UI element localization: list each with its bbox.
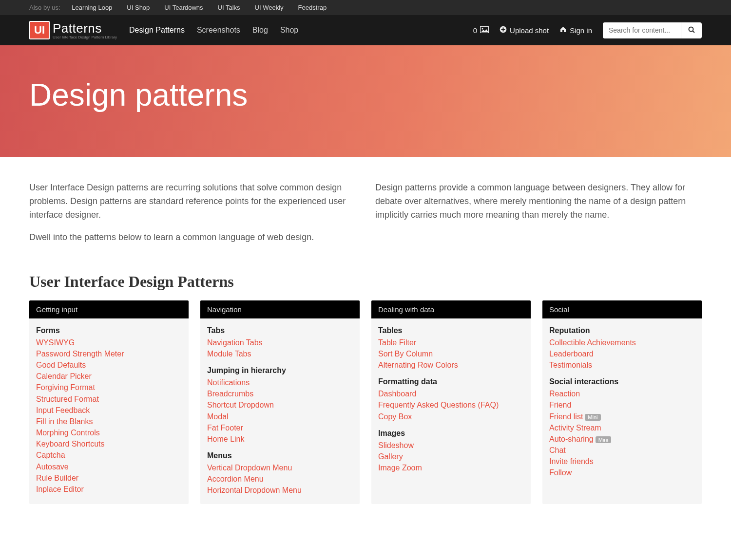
signin-link[interactable]: Sign in bbox=[559, 26, 592, 35]
pattern-link[interactable]: Invite friends bbox=[549, 456, 695, 467]
pattern-link[interactable]: Forgiving Format bbox=[36, 382, 182, 393]
column-body: TablesTable FilterSort By ColumnAlternat… bbox=[371, 318, 531, 482]
pattern-link[interactable]: Reaction bbox=[549, 388, 695, 399]
pattern-link[interactable]: Fill in the Blanks bbox=[36, 416, 182, 427]
pattern-column: Dealing with dataTablesTable FilterSort … bbox=[371, 300, 531, 504]
topbar-link[interactable]: Feedstrap bbox=[298, 4, 327, 11]
pattern-link[interactable]: Accordion Menu bbox=[207, 473, 353, 485]
pattern-column: SocialReputationCollectible Achievements… bbox=[542, 300, 702, 504]
topbar-link[interactable]: UI Teardowns bbox=[164, 4, 203, 11]
group-title: Menus bbox=[207, 451, 353, 460]
search-wrap bbox=[603, 22, 702, 38]
image-icon bbox=[480, 26, 489, 35]
nav-link[interactable]: Design Patterns bbox=[129, 26, 185, 34]
pattern-column: NavigationTabsNavigation TabsModule Tabs… bbox=[200, 300, 360, 504]
pattern-link[interactable]: Table Filter bbox=[378, 337, 524, 348]
pattern-link[interactable]: Modal bbox=[207, 411, 353, 422]
topbar-links: Learning LoopUI ShopUI TeardownsUI Talks… bbox=[72, 4, 341, 11]
counter-link[interactable]: 0 bbox=[473, 26, 489, 35]
pattern-link[interactable]: Image Zoom bbox=[378, 462, 524, 473]
pattern-link[interactable]: Structured Format bbox=[36, 393, 182, 405]
intro-paragraph: Dwell into the patterns below to learn a… bbox=[29, 231, 356, 244]
upload-link[interactable]: Upload shot bbox=[500, 26, 549, 35]
intro-left: User Interface Design patterns are recur… bbox=[29, 181, 356, 253]
group-title: Social interactions bbox=[549, 377, 695, 386]
logo-text: Patterns bbox=[53, 21, 117, 36]
page-title: Design patterns bbox=[29, 77, 702, 113]
group-title: Jumping in hierarchy bbox=[207, 366, 353, 375]
pattern-link[interactable]: Activity Stream bbox=[549, 422, 695, 433]
nav-link[interactable]: Blog bbox=[252, 26, 268, 34]
group-title: Formatting data bbox=[378, 377, 524, 386]
pattern-link[interactable]: Input Feedback bbox=[36, 405, 182, 416]
pattern-link[interactable]: Auto-sharingMini bbox=[549, 433, 695, 445]
topbar-link[interactable]: UI Shop bbox=[127, 4, 150, 11]
section-title: User Interface Design Patterns bbox=[29, 273, 702, 291]
pattern-link[interactable]: Frequently Asked Questions (FAQ) bbox=[378, 399, 524, 411]
pattern-link[interactable]: Collectible Achievements bbox=[549, 337, 695, 348]
pattern-link[interactable]: Captcha bbox=[36, 449, 182, 461]
pattern-link[interactable]: Inplace Editor bbox=[36, 484, 182, 495]
intro: User Interface Design patterns are recur… bbox=[29, 181, 702, 253]
nav-link[interactable]: Screenshots bbox=[197, 26, 240, 34]
intro-paragraph: Design patterns provide a common languag… bbox=[375, 181, 702, 222]
pattern-link[interactable]: Home Link bbox=[207, 433, 353, 445]
group-title: Reputation bbox=[549, 326, 695, 335]
nav-link[interactable]: Shop bbox=[280, 26, 298, 34]
column-header: Social bbox=[542, 300, 702, 318]
pattern-link[interactable]: Autosave bbox=[36, 461, 182, 472]
pattern-link[interactable]: Keyboard Shortcuts bbox=[36, 438, 182, 449]
pattern-link[interactable]: Fat Footer bbox=[207, 422, 353, 433]
svg-point-1 bbox=[482, 28, 483, 29]
pattern-link[interactable]: Horizontal Dropdown Menu bbox=[207, 485, 353, 496]
topbar-link[interactable]: UI Weekly bbox=[255, 4, 284, 11]
counter-value: 0 bbox=[473, 26, 477, 35]
main-nav: UI Patterns User Interface Design Patter… bbox=[0, 15, 731, 45]
column-body: FormsWYSIWYGPassword Strength MeterGood … bbox=[29, 318, 189, 503]
pattern-link[interactable]: Password Strength Meter bbox=[36, 348, 182, 359]
search-icon bbox=[688, 26, 695, 35]
group-title: Forms bbox=[36, 326, 182, 335]
pattern-link[interactable]: Slideshow bbox=[378, 440, 524, 451]
pattern-link[interactable]: Gallery bbox=[378, 451, 524, 462]
column-body: TabsNavigation TabsModule TabsJumping in… bbox=[200, 318, 360, 504]
pattern-link[interactable]: Good Defaults bbox=[36, 359, 182, 371]
signin-label: Sign in bbox=[570, 26, 592, 35]
pattern-link[interactable]: Module Tabs bbox=[207, 348, 353, 359]
pattern-link[interactable]: Dashboard bbox=[378, 388, 524, 399]
group-title: Tabs bbox=[207, 326, 353, 335]
pattern-link[interactable]: Copy Box bbox=[378, 411, 524, 422]
nav-links: Design PatternsScreenshotsBlogShop bbox=[129, 26, 310, 35]
pattern-link[interactable]: Shortcut Dropdown bbox=[207, 399, 353, 411]
pattern-link[interactable]: Rule Builder bbox=[36, 472, 182, 484]
pattern-link[interactable]: WYSIWYG bbox=[36, 337, 182, 348]
pattern-link[interactable]: Testimonials bbox=[549, 359, 695, 371]
pattern-link[interactable]: Follow bbox=[549, 467, 695, 478]
search-button[interactable] bbox=[681, 22, 702, 38]
pattern-link[interactable]: Chat bbox=[549, 445, 695, 456]
mini-badge: Mini bbox=[585, 414, 600, 421]
pattern-link[interactable]: Alternating Row Colors bbox=[378, 359, 524, 371]
pattern-link[interactable]: Friend bbox=[549, 399, 695, 411]
plus-circle-icon bbox=[500, 26, 507, 35]
pattern-link[interactable]: Vertical Dropdown Menu bbox=[207, 462, 353, 473]
pattern-link[interactable]: Friend listMini bbox=[549, 411, 695, 422]
pattern-link[interactable]: Calendar Picker bbox=[36, 371, 182, 382]
group-title: Tables bbox=[378, 326, 524, 335]
content: User Interface Design patterns are recur… bbox=[0, 157, 731, 528]
pattern-link[interactable]: Breadcrumbs bbox=[207, 388, 353, 399]
topbar-link[interactable]: UI Talks bbox=[218, 4, 240, 11]
logo[interactable]: UI Patterns User Interface Design Patter… bbox=[29, 21, 117, 39]
search-input[interactable] bbox=[603, 22, 681, 38]
pattern-column: Getting inputFormsWYSIWYGPassword Streng… bbox=[29, 300, 189, 504]
mini-badge: Mini bbox=[596, 436, 611, 443]
intro-right: Design patterns provide a common languag… bbox=[375, 181, 702, 253]
upload-label: Upload shot bbox=[510, 26, 549, 35]
pattern-link[interactable]: Navigation Tabs bbox=[207, 337, 353, 348]
intro-paragraph: User Interface Design patterns are recur… bbox=[29, 181, 356, 222]
topbar-link[interactable]: Learning Loop bbox=[72, 4, 112, 11]
pattern-link[interactable]: Morphing Controls bbox=[36, 427, 182, 438]
pattern-link[interactable]: Sort By Column bbox=[378, 348, 524, 359]
pattern-link[interactable]: Notifications bbox=[207, 377, 353, 388]
pattern-link[interactable]: Leaderboard bbox=[549, 348, 695, 359]
